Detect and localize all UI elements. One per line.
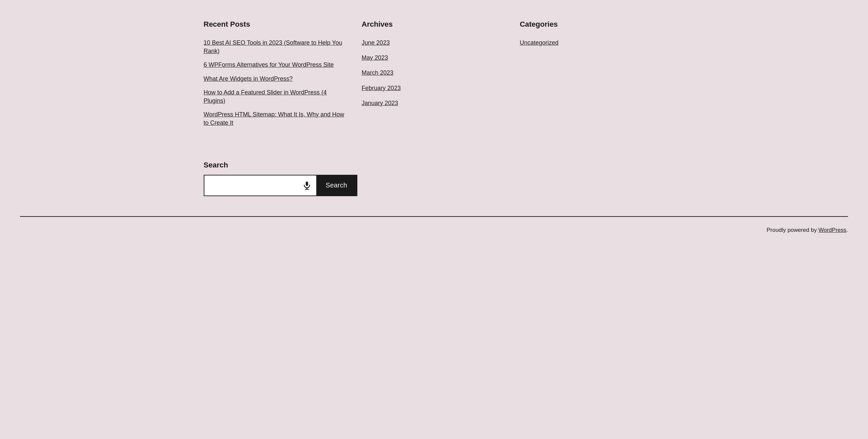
wordpress-link[interactable]: WordPress — [818, 227, 847, 233]
list-item: February 2023 — [362, 84, 506, 92]
list-item: WordPress HTML Sitemap: What It Is, Why … — [204, 110, 348, 127]
recent-posts-title: Recent Posts — [204, 20, 348, 29]
recent-posts-widget: Recent Posts 10 Best AI SEO Tools in 202… — [204, 20, 348, 128]
archives-title: Archives — [362, 20, 506, 29]
footer-bar: Proudly powered by WordPress. — [0, 217, 868, 243]
list-item: 10 Best AI SEO Tools in 2023 (Software t… — [204, 39, 348, 55]
list-item: 6 WPForms Alternatives for Your WordPres… — [204, 61, 348, 69]
archives-list: June 2023 May 2023 March 2023 February 2… — [362, 39, 506, 107]
recent-post-link-5[interactable]: WordPress HTML Sitemap: What It Is, Why … — [204, 111, 344, 126]
search-button[interactable]: Search — [316, 175, 357, 196]
search-label: Search — [204, 161, 664, 169]
archive-link-january-2023[interactable]: January 2023 — [362, 100, 398, 106]
search-form: Search — [204, 175, 358, 196]
archive-link-june-2023[interactable]: June 2023 — [362, 39, 390, 46]
list-item: What Are Widgets in WordPress? — [204, 75, 348, 83]
list-item: How to Add a Featured Slider in WordPres… — [204, 89, 348, 105]
search-input-wrapper — [205, 175, 316, 196]
footer-text: Proudly powered by WordPress. — [767, 227, 848, 234]
archives-widget: Archives June 2023 May 2023 March 2023 F… — [362, 20, 506, 128]
recent-posts-list: 10 Best AI SEO Tools in 2023 (Software t… — [204, 39, 348, 128]
list-item: January 2023 — [362, 99, 506, 107]
microphone-icon[interactable] — [302, 180, 312, 191]
categories-widget: Categories Uncategorized — [520, 20, 664, 128]
search-input[interactable] — [208, 182, 302, 189]
category-link-uncategorized[interactable]: Uncategorized — [520, 39, 558, 46]
list-item: May 2023 — [362, 54, 506, 62]
archive-link-march-2023[interactable]: March 2023 — [362, 69, 394, 76]
archive-link-february-2023[interactable]: February 2023 — [362, 85, 401, 92]
categories-title: Categories — [520, 20, 664, 29]
recent-post-link-4[interactable]: How to Add a Featured Slider in WordPres… — [204, 89, 327, 104]
list-item: Uncategorized — [520, 39, 664, 47]
recent-post-link-3[interactable]: What Are Widgets in WordPress? — [204, 75, 293, 82]
categories-list: Uncategorized — [520, 39, 664, 47]
recent-post-link-1[interactable]: 10 Best AI SEO Tools in 2023 (Software t… — [204, 39, 342, 55]
search-widget: Search Search — [204, 161, 664, 216]
list-item: June 2023 — [362, 39, 506, 47]
recent-post-link-2[interactable]: 6 WPForms Alternatives for Your WordPres… — [204, 61, 334, 68]
list-item: March 2023 — [362, 69, 506, 77]
archive-link-may-2023[interactable]: May 2023 — [362, 55, 388, 61]
svg-rect-0 — [306, 181, 308, 186]
